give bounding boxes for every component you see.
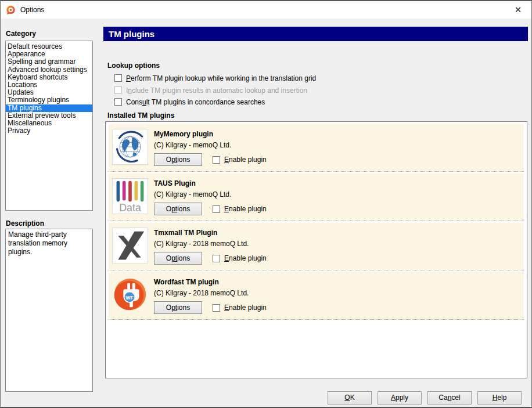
- category-label: Category: [6, 30, 36, 38]
- page-title: TM plugins: [103, 27, 528, 41]
- tmxmall-options-button[interactable]: Options: [154, 252, 202, 265]
- cancel-button[interactable]: Cancel: [427, 391, 472, 405]
- installed-plugins-label: Installed TM plugins: [107, 111, 174, 120]
- sidebar-item-terminology-plugins[interactable]: Terminology plugins: [6, 96, 92, 104]
- window-title: Options: [20, 6, 44, 14]
- help-button[interactable]: Help: [477, 391, 522, 405]
- plugin-copyright: (C) Kilgray - memoQ Ltd.: [154, 141, 267, 149]
- perform-lookup-label: Perform TM plugin lookup while working i…: [126, 74, 316, 82]
- mymemory-enable-row: Enable plugin: [213, 156, 267, 164]
- plugin-copyright: (C) Kilgray - 2018 memoQ Ltd.: [154, 289, 267, 297]
- consult-concordance-checkbox[interactable]: [114, 98, 122, 106]
- plugin-name: TAUS Plugin: [154, 179, 267, 187]
- taus-options-button[interactable]: Options: [154, 203, 202, 215]
- sidebar-item-privacy[interactable]: Privacy: [6, 127, 92, 135]
- lookup-options-label: Lookup options: [107, 62, 160, 70]
- tmxmall-x-icon: [112, 228, 148, 263]
- tmxmall-enable-checkbox[interactable]: [213, 255, 220, 262]
- enable-plugin-label: Enable plugin: [224, 156, 267, 164]
- plugin-copyright: (C) Kilgray - memoQ Ltd.: [154, 190, 267, 198]
- consult-concordance-label: Consult TM plugins in concordance search…: [126, 98, 265, 106]
- globe-icon: [112, 129, 148, 165]
- plugin-name: Wordfast TM plugin: [154, 278, 267, 286]
- tmxmall-enable-row: Enable plugin: [213, 254, 267, 262]
- plugin-row-mymemory: MyMemory plugin (C) Kilgray - memoQ Ltd.…: [109, 124, 524, 172]
- enable-plugin-label: Enable plugin: [224, 205, 267, 213]
- plugin-copyright: (C) Kilgray - 2018 memoQ Ltd.: [154, 240, 267, 248]
- ok-button[interactable]: OK: [328, 391, 372, 405]
- plugin-row-wordfast: WF Wordfast TM plugin (C) Kilgray - 2018…: [109, 272, 524, 320]
- svg-text:Data: Data: [119, 202, 141, 214]
- description-box: Manage third-party translation memory pl…: [5, 229, 93, 392]
- description-label: Description: [6, 219, 44, 228]
- svg-text:WF: WF: [125, 295, 134, 301]
- sidebar-item-advanced-lookup[interactable]: Advanced lookup settings: [6, 66, 92, 74]
- taus-enable-checkbox[interactable]: [213, 205, 220, 213]
- taus-data-icon: Data: [112, 178, 148, 214]
- taus-enable-row: Enable plugin: [213, 205, 267, 213]
- apply-button[interactable]: Apply: [378, 391, 422, 405]
- wordfast-options-button[interactable]: Options: [154, 301, 202, 314]
- wordfast-enable-row: Enable plugin: [213, 304, 267, 312]
- perform-lookup-checkbox[interactable]: [114, 74, 122, 82]
- mymemory-options-button[interactable]: Options: [154, 153, 202, 166]
- memoq-logo-icon: [6, 5, 16, 15]
- enable-plugin-label: Enable plugin: [224, 254, 267, 262]
- checkbox-row-include-results: Include TM plugin results in automatic l…: [114, 86, 307, 95]
- sidebar-item-tm-plugins[interactable]: TM plugins: [6, 104, 92, 112]
- checkbox-row-consult-concordance: Consult TM plugins in concordance search…: [114, 98, 265, 106]
- checkbox-row-perform-lookup: Perform TM plugin lookup while working i…: [114, 74, 316, 82]
- category-listbox: Default resources Appearance Spelling an…: [5, 41, 93, 211]
- plugin-name: Tmxmall TM Plugin: [154, 229, 267, 237]
- installed-plugins-list: MyMemory plugin (C) Kilgray - memoQ Ltd.…: [105, 121, 527, 378]
- include-results-label: Include TM plugin results in automatic l…: [126, 86, 307, 95]
- close-icon[interactable]: ✕: [508, 1, 528, 19]
- options-dialog: Options ✕ Category Default resources App…: [0, 0, 532, 408]
- include-results-checkbox: [114, 86, 122, 94]
- mymemory-enable-checkbox[interactable]: [213, 156, 220, 164]
- plugin-row-taus: Data TAUS Plugin (C) Kilgray - memoQ Ltd…: [109, 174, 524, 221]
- enable-plugin-label: Enable plugin: [224, 304, 267, 312]
- plugin-row-tmxmall: Tmxmall TM Plugin (C) Kilgray - 2018 mem…: [109, 223, 524, 270]
- sidebar-item-spelling-grammar[interactable]: Spelling and grammar: [6, 58, 92, 66]
- plugin-name: MyMemory plugin: [154, 130, 267, 138]
- wordfast-plug-icon: WF: [112, 277, 148, 313]
- title-bar: Options ✕: [1, 1, 531, 19]
- wordfast-enable-checkbox[interactable]: [213, 304, 220, 312]
